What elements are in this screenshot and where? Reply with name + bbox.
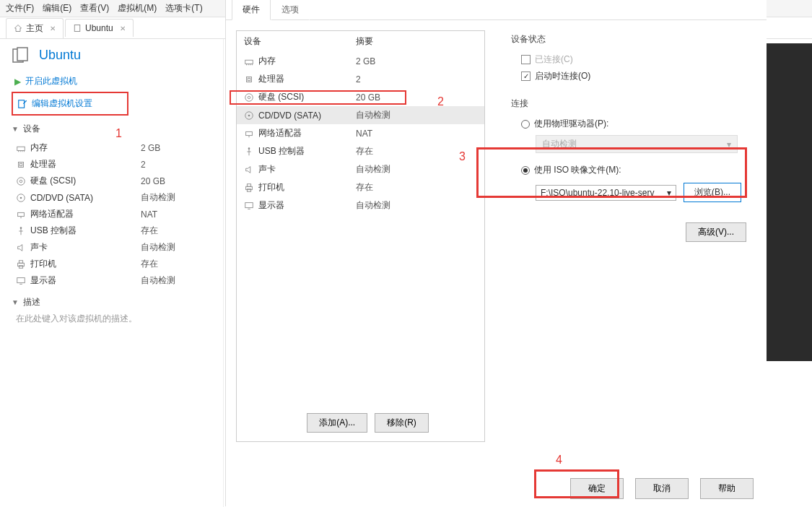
device-name: 显示器 <box>30 274 56 287</box>
device-value: 2 <box>141 160 146 170</box>
advanced-button[interactable]: 高级(V)... <box>686 222 746 242</box>
device-row-memory[interactable]: 内存2 GB <box>16 139 211 156</box>
devices-section-header[interactable]: ▼ 设备 <box>12 123 211 135</box>
sound-icon <box>244 165 254 175</box>
svg-rect-30 <box>247 77 252 82</box>
description-section-header[interactable]: ▼ 描述 <box>12 296 211 308</box>
device-value: 存在 <box>141 258 158 270</box>
device-value: NAT <box>141 209 157 220</box>
description-placeholder[interactable]: 在此处键入对该虚拟机的描述。 <box>12 313 211 325</box>
menu-vm[interactable]: 虚拟机(M) <box>118 2 157 14</box>
hw-name: 打印机 <box>258 181 284 194</box>
annotation-3: 3 <box>459 150 466 163</box>
menu-file[interactable]: 文件(F) <box>6 2 34 14</box>
menu-view[interactable]: 查看(V) <box>80 2 109 14</box>
hw-value: 存在 <box>356 181 373 194</box>
device-row-disk[interactable]: 硬盘 (SCSI)20 GB <box>16 173 211 189</box>
col-device: 设备 <box>244 35 356 48</box>
browse-button[interactable]: 浏览(B)... <box>684 183 741 202</box>
device-row-printer[interactable]: 打印机存在 <box>16 256 211 272</box>
radio-unchecked-icon <box>521 120 530 129</box>
hw-row-memory[interactable]: 内存2 GB <box>237 52 484 70</box>
menu-tabs[interactable]: 选项卡(T) <box>165 2 202 14</box>
svg-rect-31 <box>248 78 250 81</box>
svg-rect-9 <box>19 162 24 167</box>
svg-rect-36 <box>246 131 253 135</box>
use-iso-radio[interactable]: 使用 ISO 映像文件(M): <box>521 162 749 178</box>
edit-settings-label: 编辑虚拟机设置 <box>32 98 92 110</box>
close-icon[interactable]: ✕ <box>50 25 56 32</box>
hw-value: 存在 <box>356 145 373 157</box>
edit-vm-settings-link[interactable]: 编辑虚拟机设置 <box>14 95 126 113</box>
dialog-footer: 确定 取消 帮助 <box>570 478 754 499</box>
device-row-display[interactable]: 显示器自动检测 <box>16 272 211 289</box>
cd-icon <box>244 110 254 121</box>
hw-row-net[interactable]: 网络适配器NAT <box>237 124 484 142</box>
tab-options[interactable]: 选项 <box>271 0 310 20</box>
device-row-cd[interactable]: CD/DVD (SATA)自动检测 <box>16 189 211 206</box>
physical-label: 使用物理驱动器(P): <box>534 118 608 130</box>
tab-home[interactable]: 主页 ✕ <box>6 18 64 38</box>
menu-edit[interactable]: 编辑(E) <box>43 2 71 14</box>
svg-point-33 <box>248 96 250 99</box>
tab-hardware[interactable]: 硬件 <box>232 0 271 20</box>
edit-settings-icon <box>17 99 27 109</box>
hw-row-printer[interactable]: 打印机存在 <box>237 178 484 196</box>
hw-row-disk[interactable]: 硬盘 (SCSI)20 GB <box>237 88 484 106</box>
annotation-2: 2 <box>437 95 444 108</box>
device-name: 声卡 <box>30 241 48 254</box>
remove-hardware-button[interactable]: 移除(R) <box>375 413 429 433</box>
annotation-1: 1 <box>115 127 122 140</box>
svg-rect-42 <box>247 183 250 186</box>
device-name: USB 控制器 <box>30 225 77 237</box>
printer-icon <box>16 259 26 269</box>
memory-icon <box>244 56 254 66</box>
hw-row-cd[interactable]: CD/DVD (SATA)自动检测 <box>237 106 484 124</box>
device-row-cpu[interactable]: 处理器2 <box>16 156 211 173</box>
play-icon: ▶ <box>14 77 21 87</box>
home-icon <box>14 24 22 32</box>
help-button[interactable]: 帮助 <box>700 478 754 499</box>
physical-drive-dropdown: 自动检测 ▾ <box>536 135 738 153</box>
cancel-button[interactable]: 取消 <box>635 478 689 499</box>
printer-icon <box>244 183 254 193</box>
use-physical-drive-radio[interactable]: 使用物理驱动器(P): <box>521 116 749 132</box>
hw-row-cpu[interactable]: 处理器2 <box>237 70 484 88</box>
device-value: 2 GB <box>141 143 160 153</box>
device-row-net[interactable]: 网络适配器NAT <box>16 206 211 222</box>
svg-rect-2 <box>17 48 27 61</box>
physical-drive-value: 自动检测 <box>542 138 577 150</box>
tab-ubuntu[interactable]: Ubuntu ✕ <box>65 19 134 37</box>
device-value: 自动检测 <box>141 191 175 204</box>
device-row-sound[interactable]: 声卡自动检测 <box>16 239 211 256</box>
close-icon[interactable]: ✕ <box>120 25 126 32</box>
cd-icon <box>16 193 26 203</box>
hw-value: 2 <box>356 74 361 84</box>
hw-value: 自动检测 <box>356 199 390 212</box>
ok-button[interactable]: 确定 <box>570 478 624 499</box>
checkbox-checked-icon: ✓ <box>521 72 531 81</box>
hw-row-sound[interactable]: 声卡自动检测 <box>237 160 484 178</box>
hw-row-usb[interactable]: USB 控制器存在 <box>237 142 484 160</box>
iso-path-combobox[interactable]: F:\ISO\ubuntu-22.10-live-serv ▾ <box>536 185 676 201</box>
hw-name: USB 控制器 <box>258 145 305 157</box>
connected-checkbox[interactable]: 已连接(C) <box>521 51 749 68</box>
connect-at-power-checkbox[interactable]: ✓ 启动时连接(O) <box>521 68 749 84</box>
hardware-list[interactable]: 设备 摘要 内存2 GB处理器2硬盘 (SCSI)20 GBCD/DVD (SA… <box>236 30 485 442</box>
chevron-down-icon: ▼ <box>12 125 19 133</box>
hw-row-display[interactable]: 显示器自动检测 <box>237 196 484 214</box>
disk-icon <box>244 92 254 103</box>
hw-name: 声卡 <box>258 163 276 176</box>
connect-at-power-label: 启动时连接(O) <box>535 70 590 82</box>
svg-rect-21 <box>19 260 22 263</box>
device-value: 自动检测 <box>141 274 175 287</box>
device-row-usb[interactable]: USB 控制器存在 <box>16 222 211 239</box>
vm-title: Ubuntu <box>39 48 81 63</box>
power-on-vm-link[interactable]: ▶ 开启此虚拟机 <box>12 72 211 90</box>
device-name: 网络适配器 <box>30 208 74 220</box>
add-hardware-button[interactable]: 添加(A)... <box>307 413 367 433</box>
devices-section-label: 设备 <box>23 123 40 135</box>
chevron-down-icon: ▾ <box>667 188 671 198</box>
chevron-down-icon: ▼ <box>12 298 19 306</box>
hw-name: CD/DVD (SATA) <box>258 110 321 121</box>
